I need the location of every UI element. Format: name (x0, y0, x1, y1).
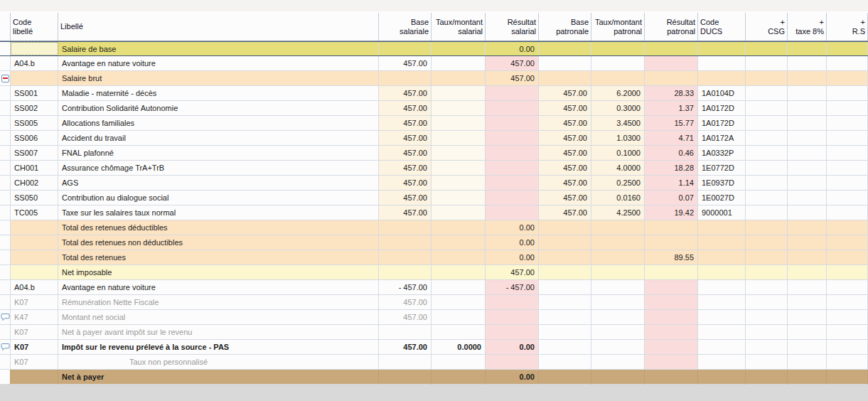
cell-code-libelle[interactable]: TC005 (11, 205, 58, 220)
cell-resultat-salarial[interactable]: 0.00 (486, 370, 539, 385)
cell-resultat-salarial[interactable] (486, 116, 539, 131)
cell-resultat-patronal[interactable] (645, 355, 698, 370)
cell-rs[interactable] (827, 56, 868, 71)
cell-taux-montant-salarial[interactable] (432, 205, 486, 220)
cell-code-ducs[interactable] (698, 325, 746, 340)
cell-taxe-8[interactable] (788, 56, 827, 71)
cell-csg[interactable] (746, 370, 788, 385)
cell-libelle[interactable]: Contribution Solidarité Autonomie (58, 101, 379, 116)
cell-resultat-salarial[interactable]: 457.00 (486, 56, 539, 71)
cell-taux-montant-patronal[interactable] (591, 250, 645, 265)
cell-taux-montant-salarial[interactable] (432, 220, 486, 235)
cell-csg[interactable] (746, 235, 788, 250)
comment-icon[interactable] (1, 343, 10, 351)
table-row[interactable]: Total des retenues déductibles0.00 (0, 220, 868, 235)
cell-resultat-patronal[interactable] (645, 310, 698, 325)
cell-base-salariale[interactable] (379, 250, 432, 265)
cell-rs[interactable] (827, 86, 868, 101)
cell-base-patronale[interactable]: 457.00 (539, 131, 591, 146)
table-row[interactable]: SS001Maladie - maternité - décès457.0045… (0, 86, 868, 101)
cell-code-ducs[interactable] (698, 265, 746, 280)
cell-rs[interactable] (827, 191, 868, 205)
cell-base-patronale[interactable] (539, 280, 591, 295)
cell-resultat-patronal[interactable] (645, 42, 698, 55)
cell-taxe-8[interactable] (788, 191, 827, 205)
cell-code-libelle[interactable] (11, 370, 58, 385)
cell-taux-montant-patronal[interactable] (591, 295, 645, 310)
cell-base-salariale[interactable]: 457.00 (379, 191, 432, 205)
cell-taux-montant-salarial[interactable] (432, 101, 486, 116)
cell-base-patronale[interactable]: 457.00 (539, 191, 591, 205)
cell-csg[interactable] (746, 71, 788, 86)
cell-resultat-patronal[interactable]: 1.37 (645, 101, 698, 116)
cell-csg[interactable] (746, 191, 788, 205)
cell-code-libelle[interactable]: SS001 (11, 86, 58, 101)
cell-base-salariale[interactable]: 457.00 (379, 56, 432, 71)
cell-taux-montant-salarial[interactable] (432, 161, 486, 176)
cell-code-libelle[interactable] (11, 71, 58, 86)
cell-resultat-patronal[interactable] (645, 265, 698, 280)
cell-csg[interactable] (746, 310, 788, 325)
cell-code-ducs[interactable]: 1E0772D (698, 161, 746, 176)
cell-code-ducs[interactable]: 1A0332P (698, 146, 746, 161)
cell-resultat-patronal[interactable]: 4.71 (645, 131, 698, 146)
cell-csg[interactable] (746, 176, 788, 191)
cell-rs[interactable] (827, 220, 868, 235)
cell-resultat-salarial[interactable] (486, 101, 539, 116)
cell-taux-montant-salarial[interactable] (432, 355, 486, 370)
cell-resultat-patronal[interactable]: 18.28 (645, 161, 698, 176)
cell-base-salariale[interactable]: - 457.00 (379, 280, 432, 295)
cell-csg[interactable] (746, 86, 788, 101)
cell-csg[interactable] (746, 220, 788, 235)
cell-rs[interactable] (827, 205, 868, 220)
collapse-minus-icon[interactable] (1, 75, 9, 82)
cell-taxe-8[interactable] (788, 220, 827, 235)
cell-rs[interactable] (827, 295, 868, 310)
cell-taux-montant-salarial[interactable] (432, 295, 486, 310)
cell-base-patronale[interactable] (539, 355, 591, 370)
cell-code-libelle[interactable]: K07 (11, 355, 58, 370)
cell-libelle[interactable]: Total des retenues déductibles (58, 220, 379, 235)
cell-base-patronale[interactable]: 457.00 (539, 101, 591, 116)
cell-libelle[interactable]: Total des retenues (58, 250, 379, 265)
cell-code-libelle[interactable] (11, 265, 58, 280)
cell-base-salariale[interactable]: 457.00 (379, 310, 432, 325)
cell-code-libelle[interactable] (11, 235, 58, 250)
cell-code-ducs[interactable] (698, 310, 746, 325)
cell-taxe-8[interactable] (788, 42, 827, 55)
cell-taux-montant-salarial[interactable] (432, 176, 486, 191)
cell-code-ducs[interactable] (698, 370, 746, 385)
cell-taux-montant-salarial[interactable]: 0.0000 (432, 340, 486, 355)
cell-csg[interactable] (746, 265, 788, 280)
cell-code-ducs[interactable] (698, 295, 746, 310)
cell-code-libelle[interactable] (11, 250, 58, 265)
cell-resultat-salarial[interactable] (486, 176, 539, 191)
cell-libelle[interactable]: Accident du travail (58, 131, 379, 146)
cell-taux-montant-salarial[interactable] (432, 325, 486, 340)
cell-taux-montant-patronal[interactable]: 4.0000 (591, 161, 645, 176)
cell-code-libelle[interactable]: SS005 (11, 116, 58, 131)
comment-icon[interactable] (1, 313, 10, 321)
cell-rs[interactable] (827, 176, 868, 191)
cell-rs[interactable] (827, 280, 868, 295)
cell-taxe-8[interactable] (788, 265, 827, 280)
cell-resultat-patronal[interactable] (645, 295, 698, 310)
cell-csg[interactable] (746, 340, 788, 355)
cell-libelle[interactable]: Assurance chômage TrA+TrB (58, 161, 379, 176)
cell-code-ducs[interactable] (698, 220, 746, 235)
cell-code-ducs[interactable] (698, 235, 746, 250)
cell-resultat-salarial[interactable] (486, 161, 539, 176)
cell-resultat-salarial[interactable]: 0.00 (486, 340, 539, 355)
cell-base-salariale[interactable] (379, 235, 432, 250)
cell-taux-montant-patronal[interactable] (591, 370, 645, 385)
cell-resultat-salarial[interactable] (486, 146, 539, 161)
cell-taux-montant-patronal[interactable]: 3.4500 (591, 116, 645, 131)
cell-base-salariale[interactable]: 457.00 (379, 86, 432, 101)
cell-resultat-salarial[interactable] (486, 205, 539, 220)
cell-rs[interactable] (827, 325, 868, 340)
cell-csg[interactable] (746, 42, 788, 55)
cell-rs[interactable] (827, 146, 868, 161)
cell-taux-montant-patronal[interactable] (591, 235, 645, 250)
cell-libelle[interactable]: AGS (58, 176, 379, 191)
cell-base-salariale[interactable]: 457.00 (379, 295, 432, 310)
